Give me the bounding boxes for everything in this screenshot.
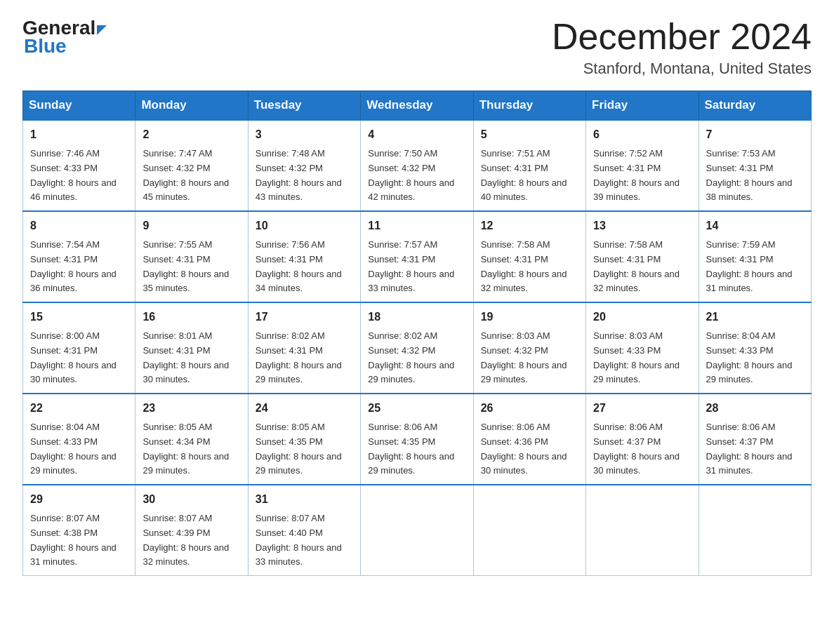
day-number: 15 [30,309,128,326]
page-header: General Blue December 2024 Stanford, Mon… [22,17,812,78]
day-info: Sunrise: 8:06 AMSunset: 4:36 PMDaylight:… [481,420,578,478]
calendar-cell: 28Sunrise: 8:06 AMSunset: 4:37 PMDayligh… [699,394,811,485]
calendar-cell: 18Sunrise: 8:02 AMSunset: 4:32 PMDayligh… [361,302,473,394]
day-info: Sunrise: 7:51 AMSunset: 4:31 PMDaylight:… [481,147,578,205]
calendar-cell: 12Sunrise: 7:58 AMSunset: 4:31 PMDayligh… [473,211,585,302]
day-info: Sunrise: 7:58 AMSunset: 4:31 PMDaylight:… [593,238,691,296]
calendar-cell: 16Sunrise: 8:01 AMSunset: 4:31 PMDayligh… [135,302,248,394]
day-number: 21 [706,309,804,326]
day-info: Sunrise: 8:02 AMSunset: 4:32 PMDaylight:… [368,329,465,387]
calendar-cell: 7Sunrise: 7:53 AMSunset: 4:31 PMDaylight… [699,120,811,211]
day-number: 24 [256,400,353,417]
day-info: Sunrise: 8:07 AMSunset: 4:38 PMDaylight:… [30,511,128,570]
day-info: Sunrise: 8:03 AMSunset: 4:33 PMDaylight:… [593,329,691,387]
day-number: 6 [593,126,691,144]
day-info: Sunrise: 8:07 AMSunset: 4:39 PMDaylight:… [143,511,240,570]
calendar-cell: 1Sunrise: 7:46 AMSunset: 4:33 PMDaylight… [23,120,135,211]
header-day-saturday: Saturday [699,91,811,121]
day-number: 7 [706,126,804,144]
calendar-header-row: SundayMondayTuesdayWednesdayThursdayFrid… [23,91,812,121]
calendar-cell: 19Sunrise: 8:03 AMSunset: 4:32 PMDayligh… [473,302,585,394]
calendar-cell: 23Sunrise: 8:05 AMSunset: 4:34 PMDayligh… [135,394,248,485]
week-row-1: 1Sunrise: 7:46 AMSunset: 4:33 PMDaylight… [23,120,812,211]
day-number: 12 [481,217,578,235]
calendar-cell: 5Sunrise: 7:51 AMSunset: 4:31 PMDaylight… [473,120,585,211]
calendar-cell: 14Sunrise: 7:59 AMSunset: 4:31 PMDayligh… [699,211,811,302]
day-number: 1 [30,126,128,144]
day-info: Sunrise: 7:59 AMSunset: 4:31 PMDaylight:… [706,238,804,296]
calendar-cell: 30Sunrise: 8:07 AMSunset: 4:39 PMDayligh… [135,485,248,575]
day-number: 2 [143,126,240,144]
day-number: 23 [143,400,240,417]
calendar-cell: 20Sunrise: 8:03 AMSunset: 4:33 PMDayligh… [586,302,699,394]
day-info: Sunrise: 8:05 AMSunset: 4:35 PMDaylight:… [256,420,353,478]
day-number: 13 [593,217,691,235]
day-info: Sunrise: 8:04 AMSunset: 4:33 PMDaylight:… [30,420,128,478]
calendar-cell: 9Sunrise: 7:55 AMSunset: 4:31 PMDaylight… [135,211,248,302]
calendar-cell: 4Sunrise: 7:50 AMSunset: 4:32 PMDaylight… [361,120,473,211]
day-info: Sunrise: 7:55 AMSunset: 4:31 PMDaylight:… [143,238,240,296]
calendar-cell: 3Sunrise: 7:48 AMSunset: 4:32 PMDaylight… [248,120,360,211]
day-number: 22 [30,400,128,417]
logo: General Blue [22,17,107,58]
calendar-cell [361,485,473,575]
day-number: 18 [368,309,465,326]
day-info: Sunrise: 7:54 AMSunset: 4:31 PMDaylight:… [30,238,128,296]
day-number: 25 [368,400,465,417]
header-day-friday: Friday [586,91,699,121]
calendar-cell: 8Sunrise: 7:54 AMSunset: 4:31 PMDaylight… [23,211,135,302]
day-number: 11 [368,217,465,235]
calendar-cell: 31Sunrise: 8:07 AMSunset: 4:40 PMDayligh… [248,485,360,575]
day-info: Sunrise: 8:07 AMSunset: 4:40 PMDaylight:… [256,511,353,570]
day-number: 19 [481,309,578,326]
calendar-cell: 11Sunrise: 7:57 AMSunset: 4:31 PMDayligh… [361,211,473,302]
day-number: 10 [256,217,353,235]
day-info: Sunrise: 8:02 AMSunset: 4:31 PMDaylight:… [256,329,353,387]
day-number: 27 [593,400,691,417]
calendar-cell [473,485,585,575]
logo-triangle-icon [97,25,107,35]
week-row-4: 22Sunrise: 8:04 AMSunset: 4:33 PMDayligh… [23,394,812,485]
day-info: Sunrise: 8:00 AMSunset: 4:31 PMDaylight:… [30,329,128,387]
header-day-tuesday: Tuesday [248,91,360,121]
day-number: 8 [30,217,128,235]
day-info: Sunrise: 7:50 AMSunset: 4:32 PMDaylight:… [368,147,465,205]
day-number: 28 [706,400,804,417]
calendar-cell: 27Sunrise: 8:06 AMSunset: 4:37 PMDayligh… [586,394,699,485]
day-number: 29 [30,491,128,509]
calendar-cell: 13Sunrise: 7:58 AMSunset: 4:31 PMDayligh… [586,211,699,302]
header-day-wednesday: Wednesday [361,91,473,121]
day-number: 3 [256,126,353,144]
day-info: Sunrise: 8:06 AMSunset: 4:37 PMDaylight:… [593,420,691,478]
title-block: December 2024 Stanford, Montana, United … [552,17,812,78]
calendar-cell: 25Sunrise: 8:06 AMSunset: 4:35 PMDayligh… [361,394,473,485]
week-row-3: 15Sunrise: 8:00 AMSunset: 4:31 PMDayligh… [23,302,812,394]
day-info: Sunrise: 8:05 AMSunset: 4:34 PMDaylight:… [143,420,240,478]
day-info: Sunrise: 8:04 AMSunset: 4:33 PMDaylight:… [706,329,804,387]
calendar-cell: 15Sunrise: 8:00 AMSunset: 4:31 PMDayligh… [23,302,135,394]
day-number: 14 [706,217,804,235]
calendar-cell: 17Sunrise: 8:02 AMSunset: 4:31 PMDayligh… [248,302,360,394]
day-number: 31 [256,491,353,509]
calendar-cell: 21Sunrise: 8:04 AMSunset: 4:33 PMDayligh… [699,302,811,394]
logo-blue: Blue [22,35,107,58]
day-number: 4 [368,126,465,144]
header-day-sunday: Sunday [23,91,135,121]
calendar-cell [586,485,699,575]
calendar-title: December 2024 [552,17,812,57]
day-info: Sunrise: 7:52 AMSunset: 4:31 PMDaylight:… [593,147,691,205]
calendar-subtitle: Stanford, Montana, United States [552,60,812,78]
day-number: 26 [481,400,578,417]
day-info: Sunrise: 8:01 AMSunset: 4:31 PMDaylight:… [143,329,240,387]
day-number: 16 [143,309,240,326]
calendar-cell: 2Sunrise: 7:47 AMSunset: 4:32 PMDaylight… [135,120,248,211]
calendar-cell: 29Sunrise: 8:07 AMSunset: 4:38 PMDayligh… [23,485,135,575]
calendar-cell: 24Sunrise: 8:05 AMSunset: 4:35 PMDayligh… [248,394,360,485]
day-info: Sunrise: 7:56 AMSunset: 4:31 PMDaylight:… [256,238,353,296]
header-day-monday: Monday [135,91,248,121]
day-info: Sunrise: 7:53 AMSunset: 4:31 PMDaylight:… [706,147,804,205]
calendar-cell: 6Sunrise: 7:52 AMSunset: 4:31 PMDaylight… [586,120,699,211]
day-info: Sunrise: 8:06 AMSunset: 4:37 PMDaylight:… [706,420,804,478]
day-number: 9 [143,217,240,235]
day-info: Sunrise: 8:03 AMSunset: 4:32 PMDaylight:… [481,329,578,387]
